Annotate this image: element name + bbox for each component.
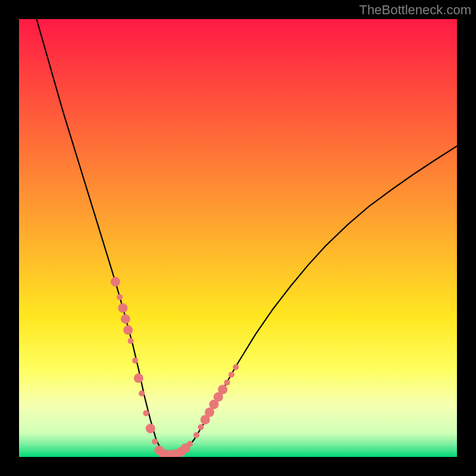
marker-point <box>198 424 203 430</box>
marker-point <box>146 424 155 433</box>
marker-point <box>128 338 134 344</box>
marker-point <box>117 294 123 300</box>
marker-point <box>111 277 120 287</box>
marker-point <box>152 439 158 444</box>
marker-point <box>132 358 138 364</box>
marker-point <box>218 385 227 394</box>
marker-point <box>224 380 230 386</box>
marker-point <box>121 314 130 324</box>
marker-point <box>193 432 199 438</box>
marker-point <box>118 303 127 313</box>
watermark-text: TheBottleneck.com <box>359 2 471 18</box>
marker-point <box>134 374 143 383</box>
marker-point <box>123 325 133 335</box>
marker-point <box>187 441 193 447</box>
chart-svg <box>19 19 457 457</box>
chart-container: TheBottleneck.com <box>0 0 476 476</box>
marker-point <box>139 390 145 396</box>
gradient-background <box>19 19 457 457</box>
marker-point <box>228 372 234 378</box>
marker-point <box>233 364 239 370</box>
marker-point <box>143 410 149 416</box>
plot-area <box>19 19 457 457</box>
